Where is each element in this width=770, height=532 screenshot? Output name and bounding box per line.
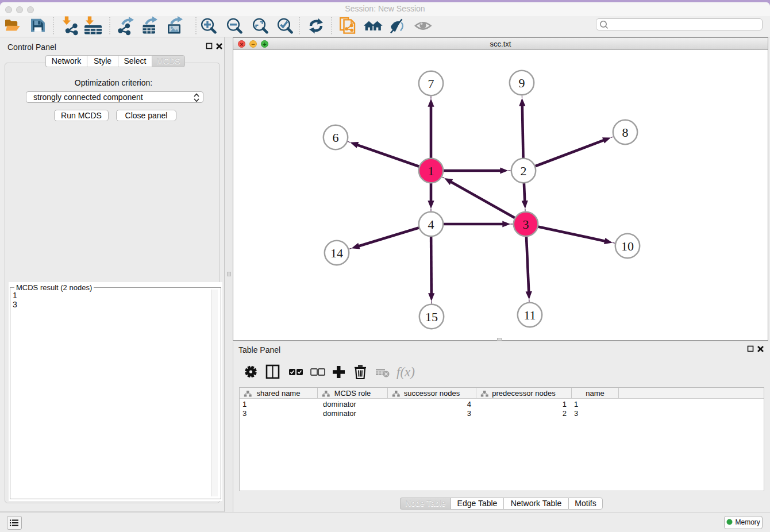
svg-text:2: 2	[521, 164, 527, 178]
svg-text:6: 6	[333, 130, 339, 145]
svg-text:15: 15	[425, 310, 438, 324]
svg-text:11: 11	[523, 308, 536, 322]
svg-text:4: 4	[428, 217, 434, 232]
svg-text:10: 10	[621, 239, 634, 253]
svg-text:14: 14	[330, 246, 343, 260]
svg-text:9: 9	[519, 76, 525, 90]
svg-text:f(x): f(x)	[396, 365, 415, 379]
svg-text:7: 7	[428, 76, 434, 91]
svg-text:1: 1	[428, 164, 434, 178]
svg-text:3: 3	[523, 217, 529, 232]
svg-text:8: 8	[622, 125, 629, 140]
